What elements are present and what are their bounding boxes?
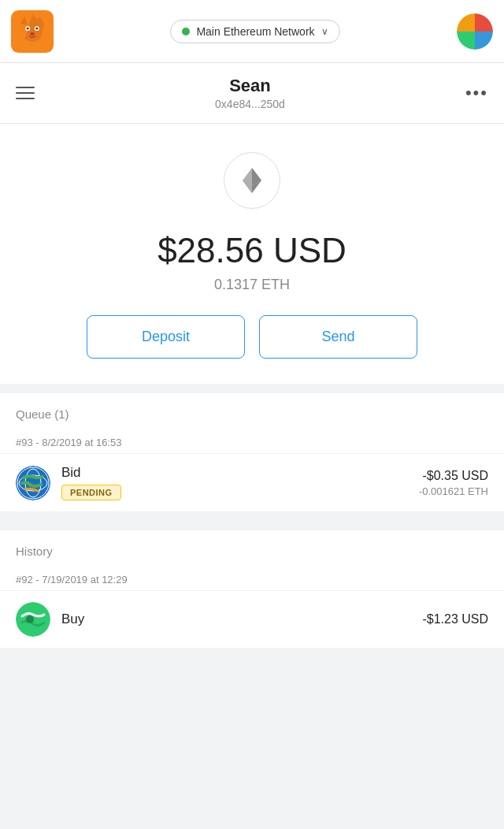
section-divider-2 <box>0 511 504 521</box>
network-status-dot <box>182 28 190 35</box>
queue-tx-usd: -$0.35 USD <box>419 469 488 483</box>
history-tx-item[interactable]: Buy -$1.23 USD <box>0 590 504 648</box>
history-tx-logo <box>16 602 50 637</box>
svg-point-8 <box>27 27 29 29</box>
section-divider <box>0 384 504 393</box>
hamburger-line-1 <box>16 87 35 88</box>
deposit-button[interactable]: Deposit <box>87 315 245 359</box>
queue-section-label: Queue (1) <box>0 393 504 429</box>
svg-point-21 <box>26 615 34 623</box>
balance-section: $28.56 USD 0.1317 ETH Deposit Send <box>0 124 504 384</box>
queue-tx-left: Bid PENDING <box>61 465 408 500</box>
account-address[interactable]: 0x4e84...250d <box>215 98 285 110</box>
queue-tx-badge: PENDING <box>61 485 121 500</box>
metamask-logo <box>11 10 54 53</box>
history-tx-right: -$1.23 USD <box>422 612 488 626</box>
usd-balance: $28.56 USD <box>158 231 346 270</box>
svg-point-10 <box>30 32 35 35</box>
hamburger-menu-button[interactable] <box>16 87 35 99</box>
queue-tx-right: -$0.35 USD -0.001621 ETH <box>419 469 488 497</box>
network-selector[interactable]: Main Ethereum Network ∨ <box>170 20 339 43</box>
svg-point-9 <box>35 27 38 29</box>
history-section-label: History <box>0 530 504 566</box>
hamburger-line-3 <box>16 98 35 99</box>
hamburger-line-2 <box>16 92 35 94</box>
chevron-down-icon: ∨ <box>321 26 328 37</box>
eth-icon-circle <box>224 152 280 209</box>
queue-tx-logo <box>16 466 50 500</box>
account-avatar[interactable] <box>457 13 493 50</box>
ethereum-icon <box>236 165 268 196</box>
queue-tx-eth: -0.001621 ETH <box>419 485 488 497</box>
history-section: History #92 - 7/19/2019 at 12:29 Buy -$1… <box>0 530 504 648</box>
network-label: Main Ethereum Network <box>196 25 314 38</box>
account-name: Sean <box>215 76 285 96</box>
top-nav-bar: Main Ethereum Network ∨ <box>0 0 504 63</box>
send-button[interactable]: Send <box>259 315 417 359</box>
history-tx-name: Buy <box>61 612 411 627</box>
queue-tx-date: #93 - 8/2/2019 at 16:53 <box>0 429 504 453</box>
queue-section: Queue (1) #93 - 8/2/2019 at 16:53 Bid PE… <box>0 393 504 511</box>
eth-balance: 0.1317 ETH <box>214 277 290 293</box>
queue-tx-name: Bid <box>61 465 408 481</box>
more-options-button[interactable]: ••• <box>465 83 488 103</box>
history-tx-usd: -$1.23 USD <box>422 612 488 626</box>
queue-tx-item[interactable]: Bid PENDING -$0.35 USD -0.001621 ETH <box>0 453 504 511</box>
action-buttons: Deposit Send <box>87 315 417 359</box>
history-tx-date: #92 - 7/19/2019 at 12:29 <box>0 566 504 590</box>
history-tx-left: Buy <box>61 612 411 627</box>
account-header: Sean 0x4e84...250d ••• <box>0 63 504 124</box>
svg-marker-13 <box>252 168 261 185</box>
account-info: Sean 0x4e84...250d <box>215 76 285 110</box>
